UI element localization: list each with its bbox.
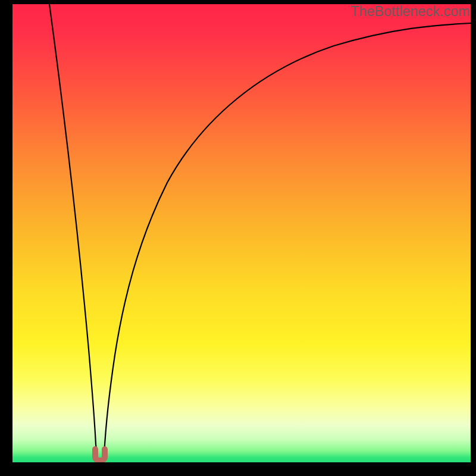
plot-area (12, 4, 471, 462)
watermark-text: TheBottleneck.com (351, 4, 470, 20)
right-curve (104, 23, 471, 455)
chart-container: TheBottleneck.com (0, 0, 476, 476)
minimum-marker (95, 449, 105, 461)
curve-layer (12, 4, 471, 462)
left-curve (49, 4, 97, 455)
